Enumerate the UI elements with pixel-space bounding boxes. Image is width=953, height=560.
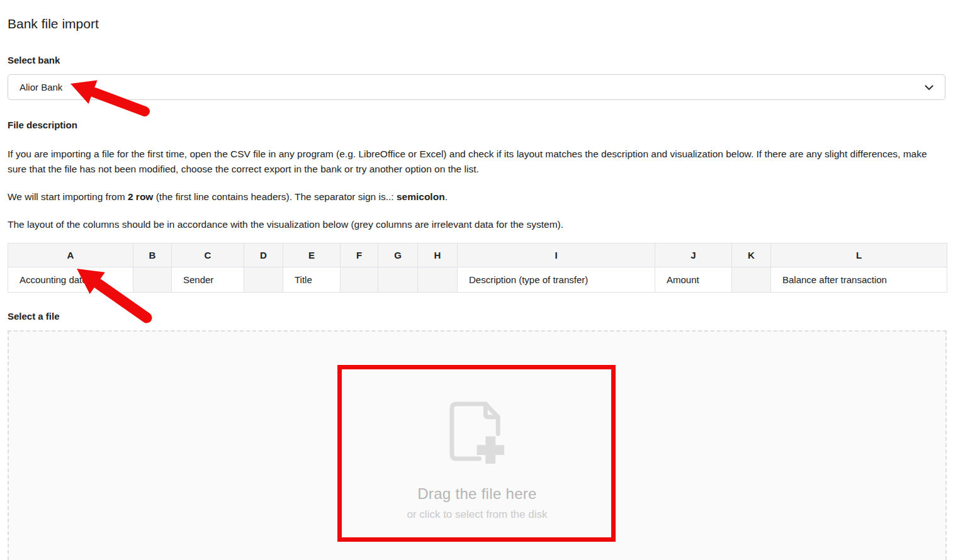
cell-irrelevant-h bbox=[418, 267, 458, 293]
column-header-e: E bbox=[283, 244, 341, 267]
table-header-row: A B C D E F G H I J K L bbox=[8, 244, 947, 267]
cell-irrelevant-f bbox=[341, 267, 378, 293]
cell-irrelevant-g bbox=[378, 267, 418, 293]
dropzone-subtitle: or click to select from the disk bbox=[407, 508, 548, 521]
column-header-h: H bbox=[418, 244, 458, 267]
separator-value: semicolon bbox=[397, 191, 445, 202]
import-instructions-text: If you are importing a file for the firs… bbox=[8, 147, 945, 177]
bank-select-value: Alior Bank bbox=[20, 82, 62, 92]
file-dropzone[interactable]: Drag the file here or click to select fr… bbox=[8, 330, 947, 560]
cell-balance: Balance after transaction bbox=[771, 267, 947, 293]
column-header-b: B bbox=[133, 244, 172, 267]
column-header-c: C bbox=[172, 244, 244, 267]
select-bank-label: Select bank bbox=[8, 55, 945, 65]
column-header-g: G bbox=[378, 244, 418, 267]
bank-import-page: Bank file import Select bank Alior Bank … bbox=[0, 16, 953, 560]
start-row-value: 2 row bbox=[128, 191, 153, 202]
dropzone-title: Drag the file here bbox=[417, 485, 537, 503]
column-header-j: J bbox=[655, 244, 732, 267]
column-header-i: I bbox=[458, 244, 655, 267]
column-layout-table: A B C D E F G H I J K L Accounting date … bbox=[8, 243, 947, 293]
cell-irrelevant-d bbox=[244, 267, 283, 293]
file-plus-icon bbox=[449, 401, 505, 466]
column-header-d: D bbox=[244, 244, 283, 267]
cell-description: Description (type of transfer) bbox=[458, 267, 655, 293]
cell-sender: Sender bbox=[172, 267, 244, 293]
select-file-label: Select a file bbox=[8, 311, 945, 322]
table-data-row: Accounting date Sender Title Description… bbox=[8, 267, 947, 293]
file-description-label: File description bbox=[8, 120, 945, 130]
column-header-a: A bbox=[8, 244, 133, 267]
cell-irrelevant-b bbox=[133, 267, 172, 293]
column-header-f: F bbox=[341, 244, 378, 267]
cell-amount: Amount bbox=[655, 267, 732, 293]
cell-irrelevant-k bbox=[732, 267, 771, 293]
import-start-row-text: We will start importing from 2 row (the … bbox=[8, 189, 945, 204]
column-layout-text: The layout of the columns should be in a… bbox=[8, 217, 945, 232]
chevron-down-icon bbox=[925, 82, 933, 92]
cell-accounting-date: Accounting date bbox=[8, 267, 133, 293]
column-header-l: L bbox=[771, 244, 947, 267]
bank-select[interactable]: Alior Bank bbox=[8, 74, 945, 100]
column-header-k: K bbox=[732, 244, 771, 267]
page-title: Bank file import bbox=[8, 16, 945, 31]
cell-title: Title bbox=[283, 267, 341, 293]
